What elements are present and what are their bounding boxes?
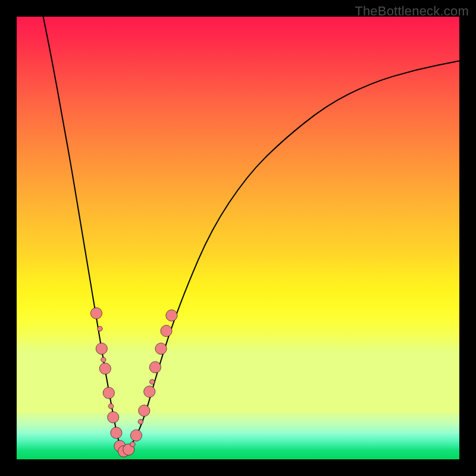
marker-dot xyxy=(161,325,172,337)
marker-dot xyxy=(144,386,155,397)
marker-dot xyxy=(166,310,177,321)
watermark-text: TheBottleneck.com xyxy=(355,4,469,19)
marker-dot xyxy=(99,363,111,374)
marker-dot xyxy=(130,442,135,447)
curve-layer xyxy=(17,17,459,459)
marker-dot xyxy=(111,427,122,439)
marker-dot xyxy=(149,362,161,373)
plot-area xyxy=(17,17,459,459)
bottleneck-curve xyxy=(43,17,459,451)
chart-frame: TheBottleneck.com xyxy=(0,0,476,476)
highlight-dots xyxy=(90,308,177,457)
marker-dot xyxy=(150,380,155,384)
marker-dot xyxy=(130,430,142,441)
marker-dot xyxy=(90,308,102,319)
marker-dot xyxy=(101,357,106,362)
marker-dot xyxy=(108,412,119,423)
marker-dot xyxy=(96,343,107,354)
marker-dot xyxy=(138,419,143,424)
marker-dot xyxy=(108,404,113,409)
marker-dot xyxy=(139,405,150,416)
marker-dot xyxy=(103,387,114,399)
marker-dot xyxy=(98,326,102,331)
marker-dot xyxy=(155,343,167,354)
